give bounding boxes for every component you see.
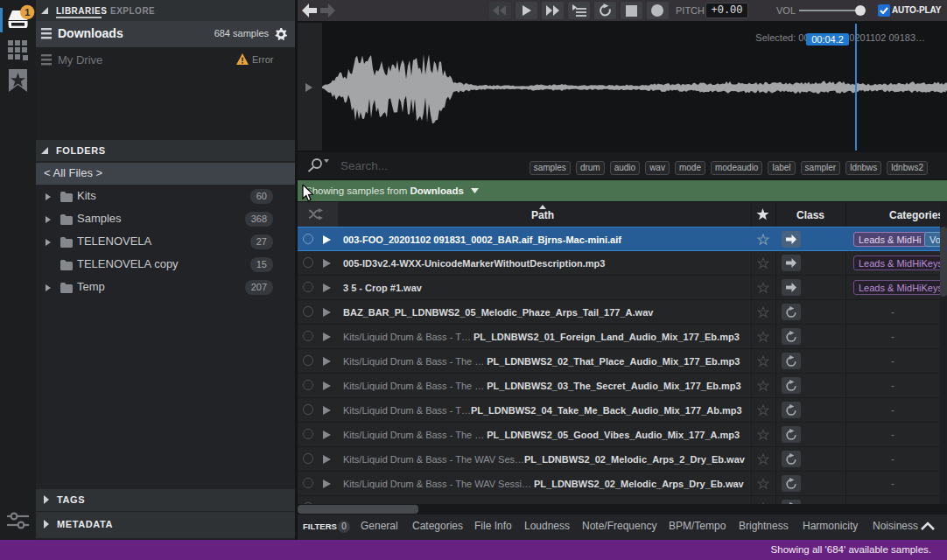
svg-text:1: 1 bbox=[25, 7, 31, 18]
